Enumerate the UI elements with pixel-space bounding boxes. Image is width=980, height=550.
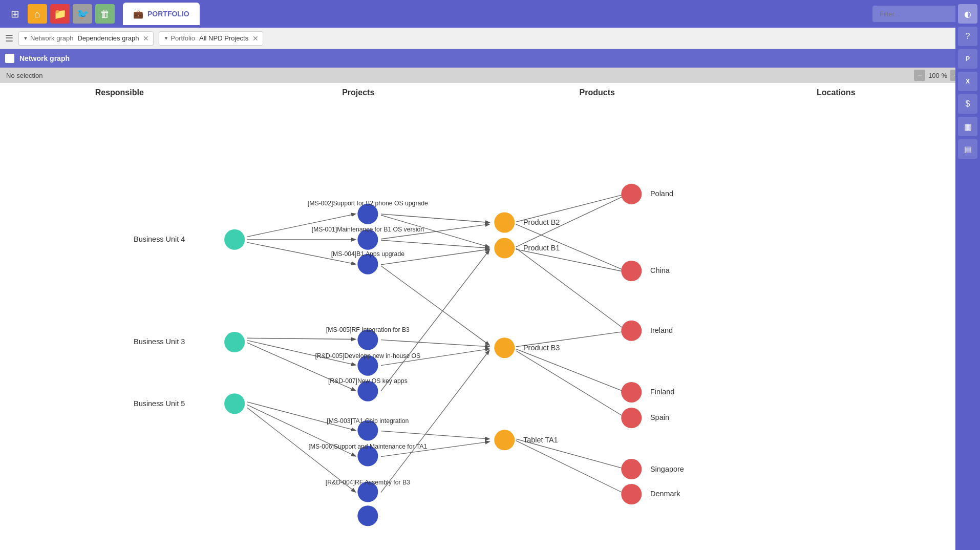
svg-line-3	[247, 338, 355, 339]
poland-node[interactable]	[621, 184, 642, 204]
portfolio-tab[interactable]: 💼 PORTFOLIO	[123, 3, 200, 25]
bu4-label: Business Unit 4	[134, 235, 185, 243]
pb2-label: Product B2	[523, 218, 560, 226]
svg-line-27	[516, 351, 626, 418]
arrow-icon-2: ▼	[163, 35, 168, 41]
ms006-label: [MS-006]Support and Maintenance for TA1	[308, 443, 427, 450]
network-graph-dropdown[interactable]: ▼ Network graph Dependencies graph ✕	[18, 31, 154, 46]
arrow-icon: ▼	[23, 35, 28, 41]
bu5-node[interactable]	[224, 393, 245, 414]
svg-line-11	[381, 240, 489, 248]
bu5-label: Business Unit 5	[134, 399, 185, 408]
right-sidebar: ◐ ? P X $ ▦ ▤	[955, 0, 980, 550]
grid-icon[interactable]: ⊞	[5, 4, 25, 24]
rs-icon-1[interactable]: ?	[958, 27, 977, 46]
bu3-label: Business Unit 3	[134, 337, 185, 346]
filterbar: ☰ ▼ Network graph Dependencies graph ✕ ▼…	[0, 28, 980, 49]
proj-extra-node[interactable]	[357, 505, 378, 526]
network-graph-close[interactable]: ✕	[143, 34, 149, 43]
svg-line-26	[516, 349, 626, 392]
graph-area: Responsible Projects Products Locations	[0, 83, 955, 550]
filter-settings-icon[interactable]: ☰	[5, 33, 13, 44]
ireland-label: Ireland	[650, 326, 673, 334]
rs-icon-6[interactable]: ▤	[958, 139, 977, 159]
bird-icon[interactable]: 🐦	[73, 4, 92, 24]
pb2-node[interactable]	[494, 212, 515, 232]
rs-icon-0[interactable]: ◐	[958, 4, 977, 24]
finland-label: Finland	[650, 388, 674, 396]
finland-node[interactable]	[621, 382, 642, 403]
network-graph-value: Dependencies graph	[77, 34, 139, 42]
svg-line-0	[247, 214, 355, 237]
china-node[interactable]	[621, 261, 642, 281]
portfolio-dropdown[interactable]: ▼ Portfolio All NPD Projects ✕	[159, 31, 263, 46]
network-graph-svg: Business Unit 4 Business Unit 3 Business…	[0, 83, 955, 550]
rs-icon-4[interactable]: $	[958, 94, 977, 114]
svg-line-6	[247, 402, 355, 431]
portfolio-tab-label: PORTFOLIO	[147, 10, 189, 18]
poland-label: Poland	[650, 189, 673, 198]
rs-icon-3[interactable]: X	[958, 72, 977, 91]
rs-icon-2[interactable]: P	[958, 49, 977, 69]
singapore-node[interactable]	[621, 459, 642, 479]
china-label: China	[650, 266, 670, 274]
ta1-node[interactable]	[494, 430, 515, 450]
network-graph-label: Network graph	[30, 34, 74, 42]
zoom-value: 100 %	[928, 72, 947, 79]
bu4-node[interactable]	[224, 229, 245, 250]
svg-line-17	[381, 250, 489, 391]
ireland-node[interactable]	[621, 321, 642, 341]
portfolio-tab-icon: 💼	[133, 9, 143, 19]
svg-line-15	[381, 340, 489, 347]
denmark-label: Denmark	[650, 490, 680, 498]
bin-icon[interactable]: 🗑	[95, 4, 115, 24]
statusbar: No selection − 100 % + ⋮	[0, 68, 980, 83]
spain-label: Spain	[650, 413, 669, 421]
ms001-label: [MS-001]Maintenance for B1 OS version	[312, 226, 424, 233]
singapore-label: Singapore	[650, 465, 684, 473]
rnd004-label: [R&D-004]RF Assembly for B3	[326, 479, 410, 486]
pb1-label: Product B1	[523, 244, 560, 252]
home-icon[interactable]: ⌂	[28, 4, 47, 24]
ms002-label: [MS-002]Support for B2 phone OS upgrade	[308, 200, 428, 207]
panel-title: Network graph	[19, 54, 70, 62]
spain-node[interactable]	[621, 408, 642, 428]
svg-line-29	[516, 440, 626, 494]
portfolio-label: Portfolio	[171, 34, 195, 42]
zoom-out-button[interactable]: −	[914, 70, 925, 81]
panel-checkbox[interactable]	[5, 54, 14, 63]
denmark-node[interactable]	[621, 484, 642, 504]
ms004-label: [MS-004]B1 Apps upgrade	[331, 250, 405, 258]
topbar: ⊞ ⌂ 📁 🐦 🗑 💼 PORTFOLIO	[0, 0, 980, 28]
ms003-label: [MS-003]TA1 Chip integration	[327, 417, 409, 425]
bu3-node[interactable]	[224, 332, 245, 352]
pb3-node[interactable]	[494, 337, 515, 358]
ms005-label: [MS-005]RF Integration for B3	[326, 326, 410, 333]
portfolio-close[interactable]: ✕	[252, 34, 259, 43]
pb3-label: Product B3	[523, 344, 560, 352]
rnd005-label: [R&D-005]Developp new in-house OS	[315, 352, 420, 359]
pb1-node[interactable]	[494, 238, 515, 259]
panel-header: Network graph ≡	[0, 49, 980, 68]
portfolio-value: All NPD Projects	[199, 34, 248, 42]
ta1-label: Tablet TA1	[523, 436, 558, 444]
rs-icon-5[interactable]: ▦	[958, 117, 977, 136]
folder-icon[interactable]: 📁	[50, 4, 70, 24]
rnd007-label: [R&D-007]New OS key apps	[328, 377, 408, 385]
svg-line-18	[381, 431, 489, 439]
svg-line-9	[381, 214, 489, 223]
selection-status: No selection	[6, 72, 43, 79]
